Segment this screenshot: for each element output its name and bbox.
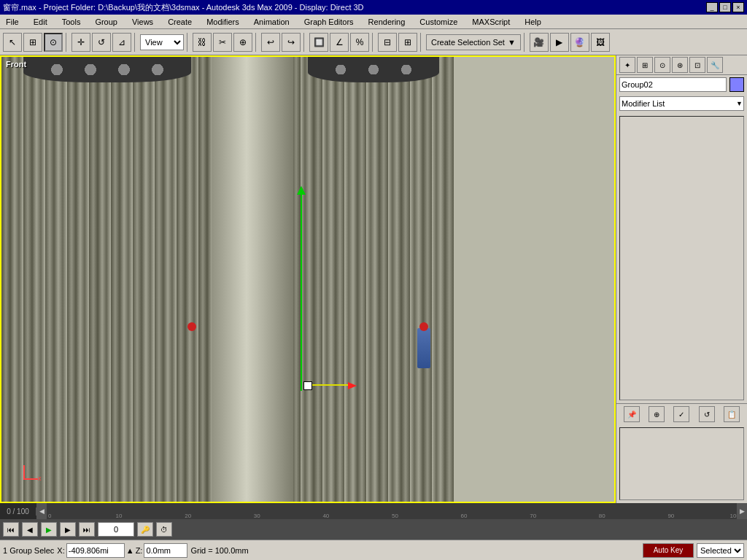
configure-modifiers-button[interactable]: ↺ [699, 406, 715, 422]
curtain-top-balls-right [308, 57, 439, 82]
axes-indicator: x [16, 458, 45, 487]
select-region-button[interactable]: ⊞ [23, 33, 42, 52]
tick-100: 100 [730, 513, 737, 519]
separator-8 [524, 33, 527, 52]
axis-x-label: x [38, 475, 42, 482]
maximize-button[interactable]: □ [719, 2, 731, 12]
close-button[interactable]: × [732, 2, 744, 12]
select-object-button[interactable]: ⊙ [44, 33, 63, 52]
menu-modifiers[interactable]: Modifiers [204, 17, 242, 27]
remove-modifier-button[interactable]: ✓ [673, 406, 689, 422]
time-config-button[interactable]: ⏱ [156, 522, 172, 537]
menu-customize[interactable]: Customize [417, 17, 460, 27]
create-selection-set-button[interactable]: Create Selection Set ▼ [426, 34, 521, 50]
menu-maxscript[interactable]: MAXScript [469, 17, 513, 27]
go-to-start-button[interactable]: ⏮ [3, 522, 19, 537]
right-panel: ✦ ⊞ ⊙ ⊛ ⊡ 🔧 Modifier List ▼ 📌 ⊕ [616, 55, 747, 503]
current-frame-input[interactable] [98, 522, 134, 537]
modifier-stack-area [619, 116, 744, 400]
x-value-input[interactable] [66, 543, 125, 558]
z-label: Z: [136, 546, 143, 555]
undo-button[interactable]: ↩ [261, 33, 280, 52]
menu-tools[interactable]: Tools [59, 17, 84, 27]
modifier-list-row: Modifier List ▼ [616, 94, 747, 113]
next-frame-button[interactable]: ▶ [60, 522, 76, 537]
menu-file[interactable]: File [3, 17, 22, 27]
prev-frame-button[interactable]: ◀ [22, 522, 38, 537]
create-selection-label: Create Selection Set [431, 38, 505, 47]
gizmo-y-axis [301, 190, 302, 391]
curtain-right-panel [293, 57, 454, 502]
separator-6 [372, 33, 375, 52]
key-mode-button[interactable]: 🔑 [137, 522, 153, 537]
render-quick-button[interactable]: ▶ [550, 33, 569, 52]
angle-snap-button[interactable]: ∠ [330, 33, 349, 52]
tassel-right [417, 328, 430, 368]
minimize-button[interactable]: _ [706, 2, 718, 12]
auto-key-button[interactable]: Auto Key [643, 543, 694, 558]
menubar: File Edit Tools Group Views Create Modif… [0, 15, 747, 29]
panel-modify-icon[interactable]: ⊞ [637, 57, 653, 73]
tick-40: 40 [322, 513, 329, 519]
menu-group[interactable]: Group [92, 17, 120, 27]
object-color-swatch[interactable] [729, 77, 744, 92]
separator-7 [420, 33, 423, 52]
go-to-end-button[interactable]: ⏭ [79, 522, 95, 537]
object-name-input[interactable] [619, 77, 727, 92]
viewport[interactable]: Front [0, 55, 616, 503]
panel-motion-icon[interactable]: ⊛ [672, 57, 688, 73]
render-scene-button[interactable]: 🎥 [530, 33, 549, 52]
toolbar: ↖ ⊞ ⊙ ✛ ↺ ⊿ View Screen World ⛓ ✂ ⊕ ↩ ↪ … [0, 29, 747, 55]
percent-snap-button[interactable]: % [350, 33, 369, 52]
pin-stack-button[interactable]: 📌 [624, 406, 640, 422]
menu-views[interactable]: Views [129, 17, 156, 27]
select-tool-button[interactable]: ↖ [3, 33, 22, 52]
snap-button[interactable]: 🔲 [309, 33, 328, 52]
timeline-scroll-left[interactable]: ◀ [36, 503, 47, 519]
link-button[interactable]: ⛓ [193, 33, 212, 52]
menu-animation[interactable]: Animation [251, 17, 293, 27]
view-mode-select[interactable]: View Screen World [140, 34, 184, 50]
scale-tool-button[interactable]: ⊿ [112, 33, 131, 52]
separator-3 [187, 33, 190, 52]
gizmo-center[interactable] [303, 381, 312, 390]
tick-10: 10 [116, 513, 123, 519]
rotate-tool-button[interactable]: ↺ [92, 33, 111, 52]
panel-create-icon[interactable]: ✦ [619, 57, 635, 73]
align-button[interactable]: ⊞ [398, 33, 417, 52]
panel-display-icon[interactable]: ⊡ [689, 57, 705, 73]
selected-mode-select[interactable]: Selected All None [697, 543, 744, 558]
unlink-button[interactable]: ✂ [213, 33, 232, 52]
tick-0: 0 [47, 513, 51, 519]
tick-80: 80 [599, 513, 605, 519]
mirror-button[interactable]: ⊟ [378, 33, 397, 52]
timeline-track[interactable]: 0 10 20 30 40 50 60 70 80 90 100 [47, 503, 737, 519]
render-to-texture-button[interactable]: 🖼 [591, 33, 610, 52]
modifier-list-select[interactable]: Modifier List [619, 96, 744, 111]
make-unique-button[interactable]: ⊕ [649, 406, 665, 422]
panel-hierarchy-icon[interactable]: ⊙ [654, 57, 670, 73]
menu-create[interactable]: Create [165, 17, 195, 27]
z-value-input[interactable] [144, 543, 187, 558]
title-text: 窗帘.max - Project Folder: D:\Backup\我的文档\… [3, 2, 364, 13]
y-label: ▲ [126, 546, 134, 555]
curtain-left-panel [1, 57, 213, 502]
timeline-ruler: 0 10 20 30 40 50 60 70 80 90 100 [47, 503, 737, 519]
curtain-top-balls-left [23, 57, 191, 82]
menu-graph-editors[interactable]: Graph Editors [301, 17, 357, 27]
panel-icons-row: ✦ ⊞ ⊙ ⊛ ⊡ 🔧 [616, 55, 747, 75]
material-editor-button[interactable]: 🔮 [570, 33, 589, 52]
timeline-scroll-right[interactable]: ▶ [737, 503, 747, 519]
bind-button[interactable]: ⊕ [233, 33, 252, 52]
menu-help[interactable]: Help [522, 17, 544, 27]
menu-rendering[interactable]: Rendering [365, 17, 409, 27]
play-button[interactable]: ▶ [41, 522, 57, 537]
tassel-left-ball [187, 322, 196, 331]
menu-edit[interactable]: Edit [31, 17, 50, 27]
tick-30: 30 [254, 513, 260, 519]
timeline-container: 0 / 100 ◀ 0 10 20 30 40 50 60 70 80 90 1… [0, 503, 747, 519]
redo-button[interactable]: ↪ [282, 33, 301, 52]
move-tool-button[interactable]: ✛ [71, 33, 90, 52]
panel-utilities-icon[interactable]: 🔧 [707, 57, 723, 73]
show-all-button[interactable]: 📋 [724, 406, 740, 422]
